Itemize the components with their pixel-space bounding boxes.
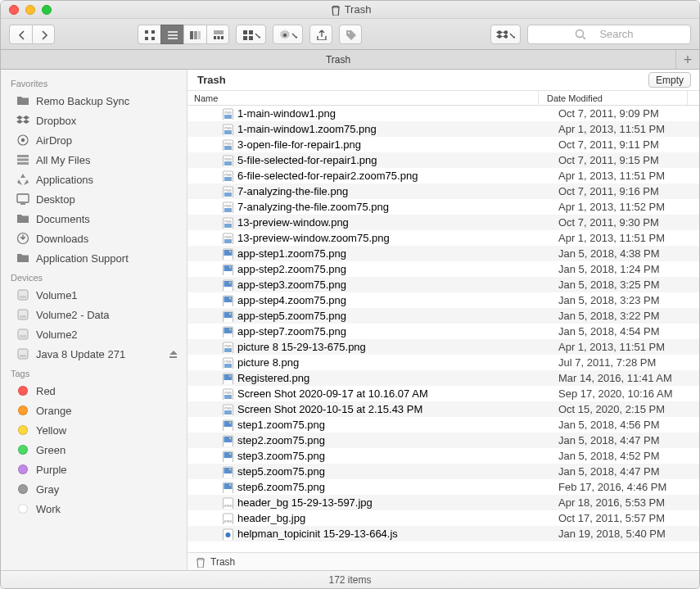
tag-icon — [16, 482, 30, 496]
sidebar-item-java-8-update-271[interactable]: Java 8 Update 271 — [1, 344, 187, 364]
file-row[interactable]: 6-file-selected-for-repair2.zoom75.pngAp… — [187, 168, 699, 183]
action-button[interactable] — [273, 25, 303, 44]
file-row[interactable]: picture 8.pngJul 7, 2011, 7:28 PM — [187, 355, 699, 370]
file-name: 7-analyzing-the-file.zoom75.png — [237, 201, 389, 213]
sidebar-item-documents[interactable]: Documents — [1, 209, 187, 229]
path-bar[interactable]: Trash — [187, 552, 699, 570]
sidebar-item-yellow[interactable]: Yellow — [1, 420, 187, 440]
file-row[interactable]: picture 8 15-29-13-675.pngApr 1, 2013, 1… — [187, 339, 699, 355]
column-header-name[interactable]: Name — [187, 91, 539, 105]
location-header: Trash Empty — [187, 70, 699, 91]
sidebar-item-remo-backup-sync[interactable]: Remo Backup Sync — [1, 91, 187, 111]
sidebar-item-applications[interactable]: Applications — [1, 170, 187, 189]
column-view-icon — [189, 29, 201, 40]
file-list[interactable]: 1-main-window1.pngOct 7, 2011, 9:09 PM1-… — [187, 106, 699, 552]
sidebar-item-label: Volume1 — [36, 289, 78, 301]
sidebar-item-label: Downloads — [36, 233, 88, 245]
file-date: Jan 19, 2018, 5:40 PM — [550, 528, 699, 540]
gallery-view-button[interactable] — [206, 25, 229, 44]
file-row[interactable]: step5.zoom75.pngJan 5, 2018, 4:47 PM — [187, 464, 699, 479]
back-button[interactable] — [9, 25, 32, 44]
file-row[interactable]: app-step3.zoom75.pngJan 5, 2018, 3:25 PM — [187, 277, 699, 292]
minimize-window-button[interactable] — [25, 5, 35, 15]
file-date: Oct 7, 2011, 9:15 PM — [550, 154, 699, 166]
empty-trash-button[interactable]: Empty — [648, 72, 691, 88]
file-row[interactable]: Screen Shot 2020-10-15 at 2.15.43 PMOct … — [187, 401, 699, 417]
file-type-icon — [222, 404, 233, 415]
file-row[interactable]: app-step5.zoom75.pngJan 5, 2018, 3:22 PM — [187, 308, 699, 324]
column-view-button[interactable] — [183, 25, 206, 44]
sidebar-item-volume1[interactable]: Volume1 — [1, 285, 187, 305]
file-row[interactable]: 3-open-file-for-repair1.pngOct 7, 2011, … — [187, 137, 699, 152]
file-row[interactable]: app-step2.zoom75.pngJan 5, 2018, 1:24 PM — [187, 261, 699, 277]
file-name: app-step4.zoom75.png — [237, 294, 346, 306]
sidebar-item-red[interactable]: Red — [1, 381, 187, 401]
sidebar-item-volume2[interactable]: Volume2 — [1, 324, 187, 344]
tags-button[interactable] — [339, 25, 362, 44]
sidebar-item-purple[interactable]: Purple — [1, 460, 187, 479]
file-row[interactable]: app-step4.zoom75.pngJan 5, 2018, 3:23 PM — [187, 292, 699, 308]
file-row[interactable]: step6.zoom75.pngFeb 17, 2016, 4:46 PM — [187, 479, 699, 495]
sidebar-item-orange[interactable]: Orange — [1, 401, 187, 420]
file-name: 13-preview-window.zoom75.png — [237, 232, 390, 244]
file-row[interactable]: app-step7.zoom75.pngJan 5, 2018, 4:54 PM — [187, 324, 699, 339]
file-row[interactable]: 7-analyzing-the-file.pngOct 7, 2011, 9:1… — [187, 183, 699, 199]
file-row[interactable]: 1-main-window1.zoom75.pngApr 1, 2013, 11… — [187, 121, 699, 137]
column-header-date[interactable]: Date Modified — [539, 91, 688, 105]
share-button[interactable] — [309, 25, 332, 44]
file-row[interactable]: Screen Shot 2020-09-17 at 10.16.07 AMSep… — [187, 386, 699, 401]
file-date: Jan 5, 2018, 4:47 PM — [550, 465, 699, 478]
new-tab-button[interactable]: + — [676, 51, 699, 69]
sidebar-item-all-my-files[interactable]: All My Files — [1, 150, 187, 170]
group-by-button[interactable] — [236, 25, 266, 44]
search-input[interactable] — [527, 25, 691, 44]
file-date: Oct 7, 2011, 9:30 PM — [550, 216, 699, 229]
close-window-button[interactable] — [9, 5, 19, 15]
file-row[interactable]: 1-main-window1.pngOct 7, 2011, 9:09 PM — [187, 106, 699, 121]
sidebar-item-airdrop[interactable]: AirDrop — [1, 130, 187, 150]
file-row[interactable]: header_bg 15-29-13-597.jpgApr 18, 2016, … — [187, 495, 699, 510]
sidebar-item-green[interactable]: Green — [1, 440, 187, 460]
file-row[interactable]: app-step1.zoom75.pngJan 5, 2018, 4:38 PM — [187, 246, 699, 261]
file-row[interactable]: 13-preview-window.zoom75.pngApr 1, 2013,… — [187, 230, 699, 246]
file-date: Jul 7, 2011, 7:28 PM — [550, 356, 699, 369]
sidebar-item-desktop[interactable]: Desktop — [1, 189, 187, 209]
file-type-icon — [222, 435, 233, 446]
zoom-window-button[interactable] — [42, 5, 52, 15]
sidebar-item-volume2-data[interactable]: Volume2 - Data — [1, 305, 187, 324]
file-row[interactable]: step2.zoom75.pngJan 5, 2018, 4:47 PM — [187, 433, 699, 448]
file-row[interactable]: Registered.pngMar 14, 2016, 11:41 AM — [187, 370, 699, 386]
sidebar-item-gray[interactable]: Gray — [1, 479, 187, 499]
trash-icon — [329, 4, 341, 16]
sidebar-item-work[interactable]: Work — [1, 499, 187, 519]
nav-buttons — [9, 25, 55, 44]
sidebar-item-application-support[interactable]: Application Support — [1, 248, 187, 268]
icon-view-button[interactable] — [138, 25, 160, 44]
chevron-down-icon — [253, 29, 260, 40]
file-row[interactable]: helpman_topicinit 15-29-13-664.jsJan 19,… — [187, 526, 699, 541]
search-field[interactable] — [527, 25, 691, 44]
file-row[interactable]: 7-analyzing-the-file.zoom75.pngApr 1, 20… — [187, 199, 699, 215]
eject-button[interactable] — [167, 348, 177, 360]
sidebar-item-downloads[interactable]: Downloads — [1, 229, 187, 248]
list-view-button[interactable] — [160, 25, 183, 44]
sidebar-item-label: Dropbox — [36, 115, 76, 127]
file-name: 3-open-file-for-repair1.png — [237, 138, 361, 151]
chevron-left-icon — [16, 29, 27, 40]
tab-trash[interactable]: Trash — [1, 50, 676, 69]
file-date: Jan 5, 2018, 4:47 PM — [550, 434, 699, 446]
file-row[interactable]: 13-preview-window.pngOct 7, 2011, 9:30 P… — [187, 215, 699, 230]
tab-bar: Trash + — [1, 50, 699, 70]
file-row[interactable]: step1.zoom75.pngJan 5, 2018, 4:56 PM — [187, 417, 699, 433]
file-type-icon — [222, 186, 233, 197]
file-date: Apr 1, 2013, 11:51 PM — [550, 123, 699, 135]
sidebar-item-label: Documents — [36, 213, 90, 225]
file-row[interactable]: step3.zoom75.pngJan 5, 2018, 4:52 PM — [187, 448, 699, 464]
folder-icon — [16, 211, 30, 226]
file-row[interactable]: header_bg.jpgOct 17, 2011, 5:57 PM — [187, 510, 699, 526]
forward-button[interactable] — [32, 25, 55, 44]
dropbox-toolbar-button[interactable] — [490, 25, 521, 44]
file-row[interactable]: 5-file-selected-for-repair1.pngOct 7, 20… — [187, 152, 699, 168]
sidebar-item-dropbox[interactable]: Dropbox — [1, 111, 187, 130]
file-type-icon — [222, 170, 233, 182]
